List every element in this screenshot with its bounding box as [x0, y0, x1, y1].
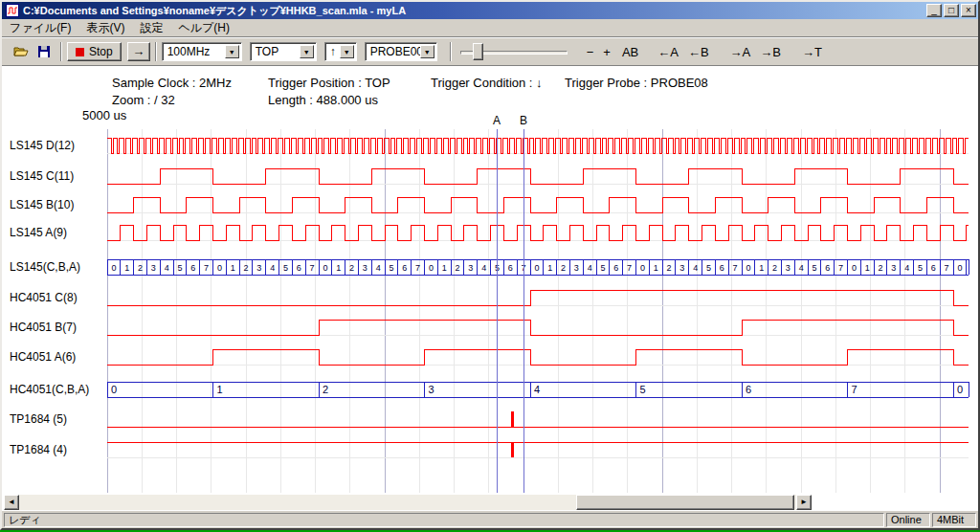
- zoom-slider[interactable]: [460, 41, 568, 62]
- channel-label-ls145-bus: LS145(C,B,A): [10, 259, 80, 275]
- scroll-left-icon[interactable]: ◄: [4, 495, 19, 510]
- scrollbar-thumb[interactable]: [576, 495, 794, 510]
- folder-open-icon: [13, 45, 29, 58]
- chevron-down-icon[interactable]: ▼: [225, 45, 239, 58]
- svg-text:6: 6: [720, 263, 724, 273]
- channel-label-hc4051-c8: HC4051 C(8): [10, 290, 78, 305]
- svg-text:6: 6: [402, 263, 407, 273]
- status-ready: レディ: [4, 513, 884, 527]
- toolbar: Stop → 100MHz ▼ TOP ▼ ↑ ▼ PROBE00 ▼ − + …: [2, 37, 978, 66]
- svg-text:B: B: [520, 114, 527, 127]
- svg-text:3: 3: [891, 263, 896, 273]
- probe-combobox[interactable]: PROBE00 ▼: [365, 42, 437, 61]
- run-button[interactable]: →: [127, 42, 150, 61]
- scroll-right-icon[interactable]: ►: [796, 495, 812, 510]
- sample-clock-combobox[interactable]: 100MHz ▼: [162, 42, 242, 61]
- maximize-icon[interactable]: □: [944, 4, 959, 17]
- svg-text:3: 3: [574, 263, 579, 273]
- chevron-down-icon[interactable]: ▼: [340, 45, 354, 58]
- trigger-position-info: Trigger Position : TOP: [268, 76, 390, 90]
- svg-text:4: 4: [799, 263, 804, 273]
- svg-text:3: 3: [256, 263, 261, 273]
- svg-text:5: 5: [918, 263, 923, 273]
- app-window: C:¥Documents and Settings¥noname¥デスクトップ¥…: [0, 0, 980, 530]
- scrollbar-track[interactable]: [19, 495, 796, 510]
- zoom-info: Zoom : / 32: [112, 93, 175, 107]
- svg-text:A: A: [493, 114, 501, 127]
- trigger-edge-value: ↑: [330, 45, 336, 58]
- toolbar-separator: [155, 42, 157, 61]
- svg-text:0: 0: [746, 263, 750, 273]
- channel-label-hc4051-b7: HC4051 B(7): [10, 320, 77, 335]
- svg-text:2: 2: [561, 263, 566, 273]
- stop-square-icon: [76, 48, 84, 56]
- svg-text:3: 3: [429, 384, 434, 395]
- minimize-icon[interactable]: _: [926, 4, 942, 17]
- horizontal-scrollbar[interactable]: ◄ ►: [4, 495, 812, 510]
- chevron-down-icon[interactable]: ▼: [300, 45, 314, 58]
- menu-settings[interactable]: 設定: [132, 18, 170, 38]
- svg-text:2: 2: [456, 263, 460, 273]
- menu-help[interactable]: ヘルプ(H): [170, 18, 237, 38]
- chevron-down-icon[interactable]: ▼: [420, 45, 434, 58]
- trigger-condition-info: Trigger Condition : ↓: [431, 76, 543, 90]
- svg-text:2: 2: [772, 263, 777, 273]
- floppy-disk-icon: [37, 45, 51, 58]
- slider-thumb[interactable]: [473, 43, 483, 60]
- svg-text:1: 1: [336, 263, 341, 273]
- svg-text:5: 5: [640, 384, 646, 395]
- svg-text:6: 6: [508, 263, 513, 273]
- status-online: Online: [886, 513, 930, 527]
- svg-text:5: 5: [706, 263, 711, 273]
- channel-label-ls145-a9: LS145 A(9): [10, 225, 67, 240]
- channel-label-tp1684-5: TP1684 (5): [10, 411, 67, 427]
- goto-trigger-button[interactable]: →T: [798, 42, 826, 61]
- trigger-edge-combobox[interactable]: ↑ ▼: [324, 42, 357, 61]
- svg-text:0: 0: [957, 263, 962, 273]
- svg-text:1: 1: [231, 263, 235, 273]
- svg-text:0: 0: [429, 263, 434, 273]
- zoom-out-button[interactable]: −: [583, 42, 598, 61]
- stop-button-label: Stop: [89, 45, 113, 58]
- channel-label-tp1684-4: TP1684 (4): [10, 442, 67, 457]
- menu-view[interactable]: 表示(V): [78, 18, 132, 38]
- svg-text:5: 5: [600, 263, 605, 273]
- toolbar-separator: [60, 42, 62, 61]
- svg-text:0: 0: [111, 263, 116, 273]
- svg-text:4: 4: [588, 263, 592, 273]
- goto-a-next-button[interactable]: →A: [726, 42, 755, 61]
- status-memory: 4MBit: [932, 513, 976, 527]
- ab-button[interactable]: AB: [618, 42, 642, 61]
- close-icon[interactable]: ×: [961, 4, 976, 17]
- svg-text:2: 2: [244, 263, 249, 273]
- svg-text:6: 6: [613, 263, 618, 273]
- menu-file[interactable]: ファイル(F): [2, 18, 78, 38]
- goto-b-prev-button[interactable]: ←B: [684, 42, 713, 61]
- save-button[interactable]: [33, 41, 56, 62]
- channel-label-hc4051-a6: HC4051 A(6): [10, 349, 76, 365]
- title-bar[interactable]: C:¥Documents and Settings¥noname¥デスクトップ¥…: [2, 2, 978, 19]
- trigger-position-value: TOP: [256, 45, 278, 58]
- svg-text:0: 0: [640, 263, 645, 273]
- goto-b-next-button[interactable]: →B: [756, 42, 785, 61]
- window-title: C:¥Documents and Settings¥noname¥デスクトップ¥…: [23, 4, 926, 18]
- svg-text:5: 5: [283, 263, 288, 273]
- sample-clock-value: 100MHz: [167, 45, 211, 58]
- waveform-canvas[interactable]: 0123456701234567012345670123456701234567…: [2, 66, 978, 511]
- svg-text:6: 6: [825, 263, 830, 273]
- svg-text:1: 1: [865, 263, 870, 273]
- trigger-position-combobox[interactable]: TOP ▼: [250, 42, 317, 61]
- svg-text:1: 1: [124, 263, 129, 273]
- svg-text:2: 2: [323, 384, 328, 395]
- menu-bar: ファイル(F) 表示(V) 設定 ヘルプ(H): [2, 19, 978, 37]
- svg-text:4: 4: [165, 263, 169, 273]
- open-button[interactable]: [10, 41, 33, 62]
- window-controls: _ □ ×: [926, 4, 976, 17]
- svg-text:3: 3: [468, 263, 473, 273]
- length-info: Length : 488.000 us: [268, 93, 378, 107]
- stop-button[interactable]: Stop: [67, 42, 122, 61]
- zoom-in-button[interactable]: +: [599, 42, 614, 61]
- svg-text:0: 0: [111, 384, 117, 395]
- goto-a-prev-button[interactable]: ←A: [654, 42, 682, 61]
- svg-text:7: 7: [310, 263, 315, 273]
